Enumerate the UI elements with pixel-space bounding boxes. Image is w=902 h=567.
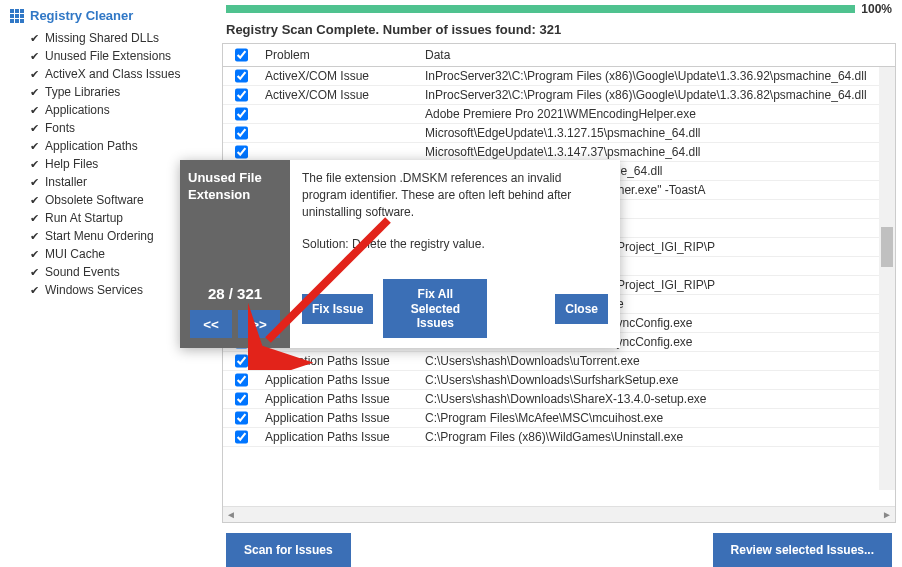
fix-all-button[interactable]: Fix All Selected Issues	[383, 279, 487, 338]
svg-rect-2	[20, 9, 24, 13]
row-data: InProcServer32\C:\Program Files (x86)\Go…	[419, 69, 895, 83]
row-problem: Application Paths Issue	[259, 354, 419, 368]
row-checkbox[interactable]	[235, 107, 248, 121]
check-icon: ✔	[30, 158, 39, 171]
sidebar-item-label: Unused File Extensions	[45, 49, 171, 63]
header-checkbox[interactable]	[235, 48, 248, 62]
check-icon: ✔	[30, 86, 39, 99]
close-button[interactable]: Close	[555, 294, 608, 324]
sidebar-item-label: Help Files	[45, 157, 98, 171]
check-icon: ✔	[30, 104, 39, 117]
sidebar-item[interactable]: ✔Application Paths	[0, 137, 220, 155]
table-row[interactable]: Application Paths IssueC:\Users\shash\Do…	[223, 352, 895, 371]
table-row[interactable]: Application Paths IssueC:\Program Files …	[223, 428, 895, 447]
sidebar-item-label: Windows Services	[45, 283, 143, 297]
table-row[interactable]: Application Paths IssueC:\Users\shash\Do…	[223, 371, 895, 390]
popup-desc-text: The file extension .DMSKM references an …	[302, 170, 608, 220]
sidebar-header[interactable]: Registry Cleaner	[0, 4, 220, 29]
issue-popup: Unused File Extension 28 / 321 << >> The…	[180, 160, 620, 348]
scroll-right-icon[interactable]: ►	[879, 509, 895, 520]
sidebar-item[interactable]: ✔ActiveX and Class Issues	[0, 65, 220, 83]
check-icon: ✔	[30, 122, 39, 135]
sidebar-item[interactable]: ✔Fonts	[0, 119, 220, 137]
sidebar-item[interactable]: ✔Unused File Extensions	[0, 47, 220, 65]
check-icon: ✔	[30, 194, 39, 207]
sidebar-item-label: Fonts	[45, 121, 75, 135]
table-row[interactable]: Application Paths IssueC:\Users\shash\Do…	[223, 390, 895, 409]
header-problem[interactable]: Problem	[259, 48, 419, 62]
svg-rect-0	[10, 9, 14, 13]
table-row[interactable]: ActiveX/COM IssueInProcServer32\C:\Progr…	[223, 67, 895, 86]
row-problem: Application Paths Issue	[259, 373, 419, 387]
fix-issue-button[interactable]: Fix Issue	[302, 294, 373, 324]
sidebar-item[interactable]: ✔Applications	[0, 101, 220, 119]
sidebar-item-label: Type Libraries	[45, 85, 120, 99]
row-checkbox[interactable]	[235, 145, 248, 159]
check-icon: ✔	[30, 212, 39, 225]
row-checkbox[interactable]	[235, 430, 248, 444]
svg-rect-1	[15, 9, 19, 13]
row-data: Adobe Premiere Pro 2021\WMEncodingHelper…	[419, 107, 895, 121]
row-problem: ActiveX/COM Issue	[259, 69, 419, 83]
svg-rect-7	[15, 19, 19, 23]
review-button[interactable]: Review selected Issues...	[713, 533, 892, 567]
vertical-scrollbar[interactable]	[879, 67, 895, 490]
check-icon: ✔	[30, 266, 39, 279]
check-icon: ✔	[30, 284, 39, 297]
sidebar-item-label: Installer	[45, 175, 87, 189]
svg-rect-3	[10, 14, 14, 18]
sidebar-item-label: Obsolete Software	[45, 193, 144, 207]
row-checkbox[interactable]	[235, 69, 248, 83]
horizontal-scrollbar[interactable]: ◄ ►	[223, 506, 895, 522]
sidebar-item-label: Applications	[45, 103, 110, 117]
row-checkbox[interactable]	[235, 354, 248, 368]
prev-button[interactable]: <<	[190, 310, 232, 338]
next-button[interactable]: >>	[238, 310, 280, 338]
row-problem: Application Paths Issue	[259, 411, 419, 425]
table-header: Problem Data	[223, 44, 895, 67]
row-checkbox[interactable]	[235, 392, 248, 406]
check-icon: ✔	[30, 140, 39, 153]
table-row[interactable]: Application Paths IssueC:\Program Files\…	[223, 409, 895, 428]
row-data: C:\Program Files\McAfee\MSC\mcuihost.exe	[419, 411, 895, 425]
row-problem: ActiveX/COM Issue	[259, 88, 419, 102]
row-data: Microsoft\EdgeUpdate\1.3.147.37\psmachin…	[419, 145, 895, 159]
sidebar-item-label: Application Paths	[45, 139, 138, 153]
row-data: Microsoft\EdgeUpdate\1.3.127.15\psmachin…	[419, 126, 895, 140]
header-data[interactable]: Data	[419, 48, 895, 62]
popup-title: Unused File Extension	[188, 170, 282, 204]
table-row[interactable]: ActiveX/COM IssueInProcServer32\C:\Progr…	[223, 86, 895, 105]
svg-rect-4	[15, 14, 19, 18]
row-data: C:\Program Files (x86)\WildGames\Uninsta…	[419, 430, 895, 444]
scroll-left-icon[interactable]: ◄	[223, 509, 239, 520]
row-data: C:\Users\shash\Downloads\uTorrent.exe	[419, 354, 895, 368]
sidebar-item[interactable]: ✔Missing Shared DLLs	[0, 29, 220, 47]
sidebar-item-label: ActiveX and Class Issues	[45, 67, 180, 81]
row-data: InProcServer32\C:\Program Files (x86)\Go…	[419, 88, 895, 102]
table-row[interactable]: Adobe Premiere Pro 2021\WMEncodingHelper…	[223, 105, 895, 124]
row-problem: Application Paths Issue	[259, 430, 419, 444]
check-icon: ✔	[30, 50, 39, 63]
row-checkbox[interactable]	[235, 88, 248, 102]
row-data: C:\Users\shash\Downloads\ShareX-13.4.0-s…	[419, 392, 895, 406]
popup-counter: 28 / 321	[188, 285, 282, 302]
sidebar-item-label: Start Menu Ordering	[45, 229, 154, 243]
progress-bar	[226, 5, 855, 13]
row-checkbox[interactable]	[235, 373, 248, 387]
row-problem	[259, 145, 419, 159]
sidebar-title: Registry Cleaner	[30, 8, 133, 23]
check-icon: ✔	[30, 176, 39, 189]
svg-rect-5	[20, 14, 24, 18]
scan-button[interactable]: Scan for Issues	[226, 533, 351, 567]
row-checkbox[interactable]	[235, 126, 248, 140]
table-row[interactable]: Microsoft\EdgeUpdate\1.3.127.15\psmachin…	[223, 124, 895, 143]
row-data: C:\Users\shash\Downloads\SurfsharkSetup.…	[419, 373, 895, 387]
sidebar-item-label: MUI Cache	[45, 247, 105, 261]
grid-icon	[10, 9, 24, 23]
sidebar-item-label: Sound Events	[45, 265, 120, 279]
status-text: Registry Scan Complete. Number of issues…	[220, 16, 898, 43]
row-checkbox[interactable]	[235, 411, 248, 425]
sidebar-item[interactable]: ✔Type Libraries	[0, 83, 220, 101]
popup-solution-text: Solution: Delete the registry value.	[302, 236, 608, 253]
row-problem	[259, 107, 419, 121]
